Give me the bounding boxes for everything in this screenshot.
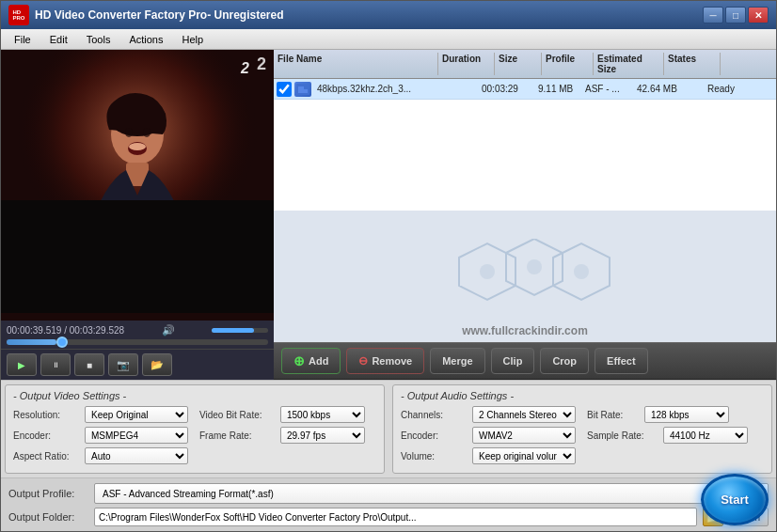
seek-thumb[interactable] [56, 336, 68, 348]
audio-settings-panel: - Output Audio Settings - Channels: 2 Ch… [392, 384, 772, 474]
stop-button[interactable]: ■ [74, 353, 104, 376]
current-time: 00:00:39.519 [7, 325, 61, 336]
file-name: 48kbps.32khz.2ch_3... [314, 84, 479, 94]
file-list-header: File Name Duration Size Profile Estimate… [274, 50, 776, 79]
seek-fill [7, 339, 56, 345]
row-checkbox[interactable] [277, 82, 292, 97]
app-title: HD Video Converter Factory Pro- Unregist… [35, 8, 703, 22]
video-bitrate-label: Video Bit Rate: [199, 410, 275, 420]
seek-bar[interactable] [7, 339, 268, 345]
playback-controls: ▶ ⏸ ■ 📷 📂 [1, 349, 274, 380]
watermark-area: www.fullcrackindir.com [274, 211, 776, 342]
start-label: Start [721, 493, 749, 507]
clip-button[interactable]: Clip [491, 348, 535, 374]
output-area: Output Profile: ASF - Advanced Streaming… [1, 477, 776, 531]
volume-bar[interactable] [212, 328, 268, 333]
play-button[interactable]: ▶ [7, 353, 37, 376]
table-row[interactable]: 48kbps.32khz.2ch_3... 00:03:29 9.11 MB A… [274, 79, 776, 100]
app-logo: HDPRO [8, 5, 29, 25]
audio-settings-title: - Output Audio Settings - [401, 390, 764, 401]
channels-label: Channels: [401, 410, 467, 420]
volume-select[interactable]: Keep original volur [472, 447, 576, 464]
video-thumbnail: 2 [1, 50, 274, 321]
col-profile: Profile [542, 53, 594, 75]
col-estsize: Estimated Size [594, 53, 664, 75]
audio-encoder-select[interactable]: WMAV2 [472, 427, 576, 444]
menu-bar: File Edit Tools Actions Help [1, 29, 776, 50]
col-filename: File Name [274, 53, 438, 75]
watermark-text: www.fullcrackindir.com [462, 324, 588, 337]
maximize-button[interactable]: □ [725, 7, 746, 23]
pause-button[interactable]: ⏸ [40, 353, 71, 376]
remove-button[interactable]: ⊖ Remove [346, 348, 424, 374]
framerate-select[interactable]: 29.97 fps [280, 427, 365, 444]
bitrate-select[interactable]: 128 kbps [644, 406, 729, 423]
file-duration: 00:03:29 [479, 84, 535, 94]
svg-point-16 [480, 264, 495, 279]
folder-label: Output Folder: [8, 511, 88, 523]
output-profile-select[interactable]: ASF - Advanced Streaming Format(*.asf) [94, 483, 769, 504]
effect-button[interactable]: Effect [595, 348, 648, 374]
menu-file[interactable]: File [5, 32, 40, 47]
col-states: States [664, 53, 721, 75]
time-display: 00:00:39.519 / 00:03:29.528 [7, 325, 124, 336]
file-est-size: 42.64 MB [634, 84, 705, 94]
svg-point-5 [143, 128, 151, 137]
volume-label: Volume: [401, 451, 467, 462]
folder-path-input[interactable] [94, 508, 697, 526]
merge-button[interactable]: Merge [430, 348, 484, 374]
samplerate-label: Sample Rate: [587, 430, 658, 441]
svg-point-7 [129, 143, 146, 150]
audio-encoder-label: Encoder: [401, 430, 467, 441]
start-button[interactable]: Start [701, 474, 769, 525]
add-button[interactable]: ⊕ Add [281, 348, 341, 374]
watermark-svg [431, 239, 619, 314]
framerate-label: Frame Rate: [199, 430, 275, 441]
col-duration: Duration [438, 53, 495, 75]
col-size: Size [495, 53, 542, 75]
resolution-label: Resolution: [13, 410, 79, 420]
close-button[interactable]: ✕ [748, 7, 769, 23]
crop-button[interactable]: Crop [540, 348, 589, 374]
menu-actions[interactable]: Actions [119, 32, 172, 47]
resolution-select[interactable]: Keep Original [85, 406, 188, 423]
svg-rect-9 [1, 200, 274, 313]
encoder-select[interactable]: MSMPEG4 [85, 427, 188, 444]
output-profile-row: Output Profile: ASF - Advanced Streaming… [8, 483, 769, 504]
video-settings-panel: - Output Video Settings - Resolution: Ke… [5, 384, 385, 474]
encoder-label: Encoder: [13, 430, 79, 441]
volume-fill [212, 328, 254, 333]
left-panel: 2 00:00:39.519 / 00:03:29.528 🔊 [1, 50, 274, 380]
video-settings-title: - Output Video Settings - [13, 390, 376, 401]
file-profile: ASF - ... [582, 84, 634, 94]
open-folder-button[interactable]: 📂 [142, 353, 172, 376]
aspect-label: Aspect Ratio: [13, 451, 79, 462]
video-preview: 2 [1, 50, 274, 321]
snapshot-button[interactable]: 📷 [108, 353, 138, 376]
minimize-button[interactable]: ─ [703, 7, 723, 23]
remove-icon: ⊖ [358, 354, 368, 368]
total-time: 00:03:29.528 [70, 325, 124, 336]
samplerate-select[interactable]: 44100 Hz [663, 427, 748, 444]
video-bitrate-select[interactable]: 1500 kbps [280, 406, 365, 423]
title-bar: HDPRO HD Video Converter Factory Pro- Un… [1, 1, 776, 29]
file-list-body: 48kbps.32khz.2ch_3... 00:03:29 9.11 MB A… [274, 79, 776, 211]
bitrate-label: Bit Rate: [587, 410, 639, 420]
svg-point-17 [527, 259, 542, 274]
svg-text:2: 2 [240, 60, 249, 76]
menu-help[interactable]: Help [172, 32, 213, 47]
progress-area: 00:00:39.519 / 00:03:29.528 🔊 [1, 321, 274, 349]
channels-select[interactable]: 2 Channels Stereo [472, 406, 576, 423]
right-panel: File Name Duration Size Profile Estimate… [274, 50, 776, 380]
file-states: Ready [705, 84, 761, 94]
settings-area: - Output Video Settings - Resolution: Ke… [1, 380, 776, 477]
main-content: 2 00:00:39.519 / 00:03:29.528 🔊 [1, 50, 776, 380]
file-size: 9.11 MB [535, 84, 582, 94]
file-icon [294, 82, 311, 97]
svg-point-4 [125, 128, 133, 137]
menu-edit[interactable]: Edit [40, 32, 77, 47]
menu-tools[interactable]: Tools [77, 32, 120, 47]
action-buttons: ⊕ Add ⊖ Remove Merge Clip Crop Effect [274, 342, 776, 380]
aspect-select[interactable]: Auto [85, 447, 188, 464]
profile-label: Output Profile: [8, 488, 88, 499]
